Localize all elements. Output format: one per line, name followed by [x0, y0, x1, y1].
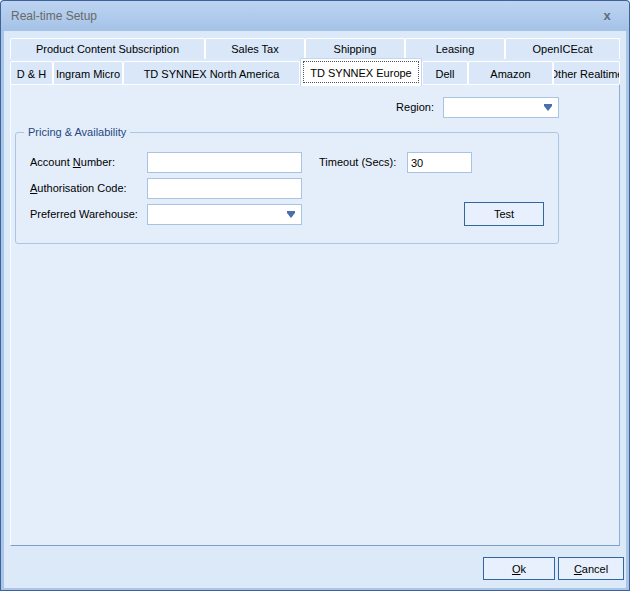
tab-td-synnex-north-america[interactable]: TD SYNNEX North America: [123, 61, 300, 85]
timeout-field[interactable]: [407, 152, 472, 173]
label-part: Account: [30, 156, 73, 168]
account-number-field[interactable]: [147, 152, 302, 173]
chevron-down-icon: [287, 213, 295, 218]
close-icon[interactable]: x: [599, 8, 615, 24]
tab-dell[interactable]: Dell: [422, 61, 468, 85]
tab-td-synnex-europe[interactable]: TD SYNNEX Europe: [300, 58, 422, 86]
tab-label: TD SYNNEX North America: [144, 68, 280, 80]
group-title: Pricing & Availability: [24, 126, 130, 138]
title-bar: Real-time Setup x: [1, 1, 629, 31]
tab-amazon[interactable]: Amazon: [468, 61, 553, 85]
chevron-down-icon: [544, 106, 552, 111]
ok-button[interactable]: Ok: [483, 557, 555, 580]
button-label: Ok: [512, 563, 526, 575]
region-label: Region:: [261, 101, 434, 113]
tab-shipping[interactable]: Shipping: [305, 38, 405, 59]
authorisation-code-field[interactable]: [147, 178, 302, 199]
preferred-warehouse-label: Preferred Warehouse:: [30, 208, 138, 220]
label-part: k: [521, 563, 527, 575]
button-label: Test: [494, 208, 514, 220]
region-dropdown[interactable]: [443, 97, 559, 118]
tab-strip-bottom: D & H Ingram Micro TD SYNNEX North Ameri…: [10, 58, 620, 85]
tab-strip-top: Product Content Subscription Sales Tax S…: [10, 38, 620, 59]
label-mnemonic: N: [73, 156, 81, 168]
tab-label: Dell: [436, 68, 455, 80]
authorisation-code-label: Authorisation Code:: [30, 182, 127, 194]
label-part: ancel: [582, 563, 608, 575]
tab-d-and-h[interactable]: D & H: [10, 61, 53, 85]
label-mnemonic: O: [512, 563, 521, 575]
tab-other-realtime[interactable]: Other Realtime: [553, 61, 620, 85]
tab-label: D & H: [17, 68, 46, 80]
td-synnex-europe-panel: Region: Pricing & Availability Account N…: [10, 84, 620, 546]
button-label: Cancel: [574, 563, 608, 575]
tab-focus-rect: [304, 62, 418, 82]
tab-label: Amazon: [490, 68, 530, 80]
tab-label: Leasing: [436, 43, 475, 55]
tab-openicecat[interactable]: OpenICEcat: [505, 38, 620, 59]
tab-label: Shipping: [334, 43, 377, 55]
tab-leasing[interactable]: Leasing: [405, 38, 505, 59]
pricing-availability-group: Pricing & Availability Account Number: A…: [15, 132, 559, 244]
tab-label: OpenICEcat: [533, 43, 593, 55]
timeout-label: Timeout (Secs):: [319, 156, 396, 168]
tab-product-content-subscription[interactable]: Product Content Subscription: [10, 38, 205, 59]
dialog-title: Real-time Setup: [1, 9, 97, 23]
tab-label: Product Content Subscription: [36, 43, 179, 55]
label-part: umber:: [81, 156, 115, 168]
realtime-setup-dialog: Real-time Setup x Product Content Subscr…: [0, 0, 630, 591]
preferred-warehouse-dropdown[interactable]: [147, 204, 302, 225]
tab-ingram-micro[interactable]: Ingram Micro: [53, 61, 123, 85]
test-button[interactable]: Test: [464, 202, 544, 226]
tab-label: Sales Tax: [231, 43, 279, 55]
dialog-content: Product Content Subscription Sales Tax S…: [4, 31, 626, 588]
label-mnemonic: C: [574, 563, 582, 575]
tab-sales-tax[interactable]: Sales Tax: [205, 38, 305, 59]
label-part: uthorisation Code:: [37, 182, 126, 194]
account-number-label: Account Number:: [30, 156, 115, 168]
cancel-button[interactable]: Cancel: [558, 557, 624, 580]
tab-label: Ingram Micro: [56, 68, 120, 80]
tab-label: Other Realtime: [553, 68, 620, 80]
